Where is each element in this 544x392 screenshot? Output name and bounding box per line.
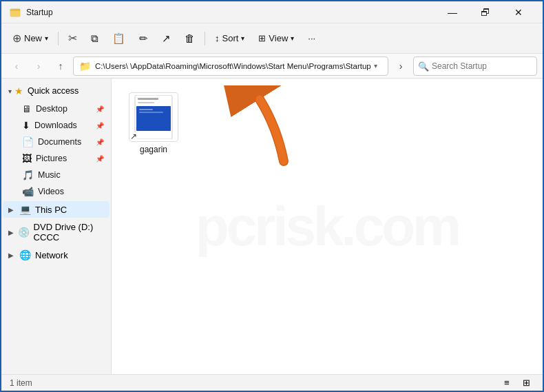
file-item-gagarin[interactable]: ↗ gagarin xyxy=(123,90,185,157)
file-content: ↗ gagarin xyxy=(112,79,543,168)
new-chevron-icon: ▾ xyxy=(45,34,48,42)
pictures-icon: 🖼 xyxy=(22,153,32,164)
close-button[interactable]: ✕ xyxy=(503,1,534,23)
pin-icon-documents: 📌 xyxy=(96,138,104,146)
back-button[interactable]: ‹ xyxy=(7,56,26,76)
new-icon: ⊕ xyxy=(12,32,21,45)
svg-rect-2 xyxy=(10,9,14,11)
sidebar: ▾ ★ Quick access 🖥 Desktop 📌 ⬇ Downloads… xyxy=(1,79,112,374)
address-forward-button[interactable]: › xyxy=(391,56,410,76)
sidebar-item-videos[interactable]: 📹 Videos xyxy=(3,183,109,200)
share-button[interactable]: ↗ xyxy=(156,28,176,50)
view-button[interactable]: ⊞ View ▾ xyxy=(253,28,300,50)
quick-access-header[interactable]: ▾ ★ Quick access xyxy=(3,81,109,101)
list-view-icon: ≡ xyxy=(504,378,510,388)
sidebar-item-music-label: Music xyxy=(38,170,61,180)
quick-access-chevron-icon: ▾ xyxy=(8,87,12,95)
cut-icon: ✂ xyxy=(68,32,77,45)
list-view-button[interactable]: ≡ xyxy=(499,376,515,390)
paste-icon: 📋 xyxy=(112,32,125,45)
network-header[interactable]: ▶ 🌐 Network xyxy=(3,247,109,263)
this-pc-label: This PC xyxy=(35,205,67,215)
network-icon: 🌐 xyxy=(19,249,31,260)
grid-view-icon: ⊞ xyxy=(523,378,530,388)
dvd-label: DVD Drive (D:) CCCC xyxy=(34,222,104,243)
star-icon: ★ xyxy=(14,85,23,96)
folder-icon: 📁 xyxy=(79,61,91,72)
quick-access-section: ▾ ★ Quick access 🖥 Desktop 📌 ⬇ Downloads… xyxy=(1,81,111,200)
watermark: pcrisk.com xyxy=(196,195,459,258)
sidebar-item-downloads[interactable]: ⬇ Downloads 📌 xyxy=(3,117,109,134)
view-label: View xyxy=(269,33,288,43)
svg-rect-8 xyxy=(139,109,153,110)
downloads-icon: ⬇ xyxy=(22,120,30,131)
svg-rect-1 xyxy=(10,11,20,17)
status-bar: 1 item ≡ ⊞ xyxy=(1,374,543,391)
more-icon: ··· xyxy=(308,33,315,43)
network-section: ▶ 🌐 Network xyxy=(1,247,111,263)
cut-button[interactable]: ✂ xyxy=(63,28,83,50)
svg-rect-6 xyxy=(138,102,154,103)
forward-button[interactable]: › xyxy=(29,56,48,76)
sidebar-item-music[interactable]: 🎵 Music xyxy=(3,167,109,183)
up-button[interactable]: ↑ xyxy=(51,56,70,76)
restore-button[interactable]: 🗗 xyxy=(470,1,501,23)
view-chevron-icon: ▾ xyxy=(291,34,294,42)
window-icon xyxy=(10,7,21,18)
sort-chevron-icon: ▾ xyxy=(241,34,244,42)
status-view-icons: ≡ ⊞ xyxy=(499,376,534,390)
share-icon: ↗ xyxy=(162,32,171,45)
sidebar-item-documents-label: Documents xyxy=(38,137,81,147)
main-content: ▾ ★ Quick access 🖥 Desktop 📌 ⬇ Downloads… xyxy=(1,79,543,374)
minimize-button[interactable]: — xyxy=(437,1,468,23)
videos-icon: 📹 xyxy=(22,186,34,197)
paste-button[interactable]: 📋 xyxy=(107,28,131,50)
grid-view-button[interactable]: ⊞ xyxy=(518,376,534,390)
rename-button[interactable]: ✏ xyxy=(134,28,154,50)
dvd-drive-section: ▶ 💿 DVD Drive (D:) CCCC xyxy=(1,219,111,245)
more-button[interactable]: ··· xyxy=(302,28,321,50)
dvd-chevron-icon: ▶ xyxy=(8,229,15,236)
file-icon-bg: ↗ xyxy=(129,92,178,142)
search-wrapper: 🔍 xyxy=(413,56,537,76)
window-title: Startup xyxy=(26,8,437,17)
copy-icon: ⧉ xyxy=(91,32,98,45)
new-button[interactable]: ⊕ New ▾ xyxy=(7,28,54,50)
sort-label: Sort xyxy=(222,33,239,43)
copy-button[interactable]: ⧉ xyxy=(85,28,104,50)
sort-button[interactable]: ↕ Sort ▾ xyxy=(209,28,250,50)
file-area: pcrisk.com xyxy=(112,79,543,374)
dvd-drive-header[interactable]: ▶ 💿 DVD Drive (D:) CCCC xyxy=(3,219,109,245)
network-label: Network xyxy=(35,250,68,260)
watermark-text: pcrisk.com xyxy=(196,195,459,258)
sidebar-item-desktop[interactable]: 🖥 Desktop 📌 xyxy=(3,101,109,117)
sidebar-item-videos-label: Videos xyxy=(38,187,64,196)
address-text: C:\Users\ \AppData\Roaming\Microsoft\Win… xyxy=(95,62,371,70)
view-icon: ⊞ xyxy=(258,33,266,43)
search-input[interactable] xyxy=(413,56,537,76)
new-label: New xyxy=(24,33,42,43)
delete-button[interactable]: 🗑 xyxy=(179,28,200,50)
sidebar-item-pictures-label: Pictures xyxy=(36,154,67,163)
pin-icon: 📌 xyxy=(96,105,104,113)
delete-icon: 🗑 xyxy=(185,32,195,44)
toolbar-separator-1 xyxy=(58,32,59,45)
toolbar: ⊕ New ▾ ✂ ⧉ 📋 ✏ ↗ 🗑 ↕ Sort ▾ ⊞ xyxy=(1,23,543,54)
this-pc-header[interactable]: ▶ 💻 This PC xyxy=(3,201,109,218)
toolbar-separator-2 xyxy=(205,32,205,45)
documents-icon: 📄 xyxy=(22,136,34,147)
address-path[interactable]: 📁 C:\Users\ \AppData\Roaming\Microsoft\W… xyxy=(73,56,388,76)
title-bar: Startup — 🗗 ✕ xyxy=(1,1,543,23)
pin-icon-downloads: 📌 xyxy=(96,122,104,130)
sidebar-item-desktop-label: Desktop xyxy=(36,104,67,114)
this-pc-chevron-icon: ▶ xyxy=(8,206,17,214)
sidebar-item-pictures[interactable]: 🖼 Pictures 📌 xyxy=(3,150,109,167)
dvd-icon: 💿 xyxy=(18,227,30,238)
status-count: 1 item xyxy=(10,378,32,388)
this-pc-section: ▶ 💻 This PC xyxy=(1,201,111,218)
pin-icon-pictures: 📌 xyxy=(96,155,104,163)
file-label-gagarin: gagarin xyxy=(140,145,167,154)
sidebar-item-documents[interactable]: 📄 Documents 📌 xyxy=(3,134,109,150)
rename-icon: ✏ xyxy=(139,32,148,45)
file-icon-wrapper: ↗ xyxy=(129,92,178,142)
